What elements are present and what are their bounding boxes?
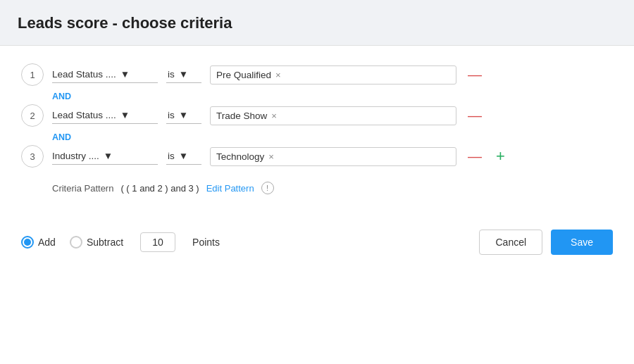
field-dropdown-3[interactable]: Industry .... ▼ [52,148,158,165]
operator-dropdown-arrow-2: ▼ [179,110,188,120]
info-icon[interactable]: ! [261,182,274,194]
points-input[interactable] [140,232,175,252]
page-title: Leads score - choose criteria [18,14,616,32]
subtract-radio-label: Subtract [87,237,123,248]
and-label-1: AND [52,92,613,101]
operator-dropdown-arrow-3: ▼ [179,151,188,161]
dialog-header: Leads score - choose criteria [0,0,634,46]
field-dropdown-2[interactable]: Lead Status .... ▼ [52,107,158,124]
footer-buttons: Cancel Save [479,230,613,255]
operator-dropdown-2[interactable]: is ▼ [166,107,201,124]
operator-dropdown-3[interactable]: is ▼ [166,148,201,165]
and-label-2: AND [52,132,613,142]
field-dropdown-arrow-2: ▼ [120,110,130,120]
criteria-row-3: 3 Industry .... ▼ is ▼ Technology × — + [21,145,613,168]
criteria-pattern-row: Criteria Pattern ( ( 1 and 2 ) and 3 ) E… [52,182,613,194]
field-label-1: Lead Status .... [52,69,116,80]
value-tag-3: Technology × [216,151,274,162]
remove-button-2[interactable]: — [465,108,485,123]
operator-label-1: is [168,69,175,80]
add-criterion-button[interactable]: + [493,149,508,164]
subtract-radio[interactable]: Subtract [70,236,123,249]
row-number-2: 2 [21,104,44,127]
field-label-3: Industry .... [52,151,99,161]
tag-text-2: Trade Show [216,111,267,121]
tag-text-3: Technology [216,151,264,162]
save-button[interactable]: Save [551,230,613,255]
remove-button-3[interactable]: — [465,149,485,163]
edit-pattern-link[interactable]: Edit Pattern [206,183,254,194]
subtract-radio-circle [70,236,82,249]
field-dropdown-arrow-3: ▼ [104,151,113,161]
field-dropdown-arrow-1: ▼ [120,69,130,80]
value-container-2[interactable]: Trade Show × [210,106,456,125]
value-tag-2: Trade Show × [216,111,277,121]
operator-label-3: is [168,151,175,161]
field-label-2: Lead Status .... [52,110,116,120]
value-tag-1: Pre Qualified × [216,70,281,80]
row-number-3: 3 [21,145,44,168]
points-label: Points [192,237,220,248]
remove-button-1[interactable]: — [465,68,485,82]
operator-dropdown-1[interactable]: is ▼ [166,66,201,83]
operator-dropdown-arrow-1: ▼ [179,69,188,80]
value-container-3[interactable]: Technology × [210,147,456,166]
add-radio-inner [24,239,31,246]
criteria-pattern-value: ( ( 1 and 2 ) and 3 ) [120,183,199,194]
tag-close-2[interactable]: × [271,111,277,120]
operator-label-2: is [168,110,175,120]
add-radio[interactable]: Add [21,236,56,249]
criteria-pattern-label: Criteria Pattern [52,183,113,194]
criteria-content: 1 Lead Status .... ▼ is ▼ Pre Qualified … [0,46,634,208]
tag-close-3[interactable]: × [268,152,274,161]
value-container-1[interactable]: Pre Qualified × [210,65,456,84]
tag-text-1: Pre Qualified [216,70,271,80]
row-number-1: 1 [21,63,44,86]
add-subtract-group: Add Subtract [21,236,123,249]
tag-close-1[interactable]: × [275,70,281,80]
criteria-row-1: 1 Lead Status .... ▼ is ▼ Pre Qualified … [21,63,613,86]
footer: Add Subtract Points Cancel Save [0,208,634,269]
add-radio-label: Add [38,237,56,248]
add-radio-circle [21,236,34,249]
field-dropdown-1[interactable]: Lead Status .... ▼ [52,66,158,83]
criteria-row-2: 2 Lead Status .... ▼ is ▼ Trade Show × — [21,104,613,127]
cancel-button[interactable]: Cancel [479,230,542,255]
